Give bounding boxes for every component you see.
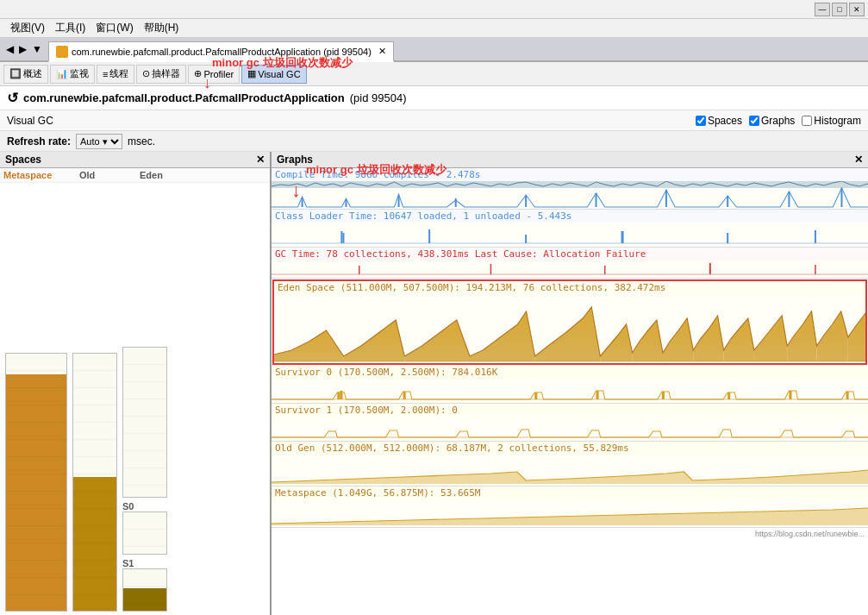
s1-label: S1 [122,558,167,568]
overview-icon: 🔲 [9,68,22,79]
profiler-icon: ⊕ [194,68,202,79]
svg-marker-25 [274,330,344,361]
app-pid: (pid 99504) [350,91,407,104]
menu-item-view[interactable]: 视图(V) [5,21,50,35]
graphs-close-btn[interactable]: ✕ [854,154,863,166]
svg-rect-43 [403,392,406,399]
tabbar: ◀ ▶ ▼ com.runewbie.pafcmall.product.Pafc… [0,38,868,62]
old-bar-container [72,353,117,612]
eden-space-row: Eden Space (511.000M, 507.500M): 194.213… [272,279,867,365]
refresh-unit: msec. [128,135,155,147]
subheader: Visual GC Spaces Graphs Histogram [0,110,868,131]
refresh-icon: ↺ [7,90,18,106]
toolbar: 🔲 概述 📊 监视 ≡ 线程 ⊙ 抽样器 ⊕ Profiler ▦ Visual… [0,62,868,86]
graphs-checkbox[interactable] [749,116,759,126]
class-loader-row: Class Loader Time: 10647 loaded, 1 unloa… [272,210,868,248]
survivor1-label: Survivor 1 (170.500M, 2.000M): 0 [272,404,868,417]
metaspace-bar-container [5,353,67,612]
svg-rect-41 [337,392,340,399]
eden-space-label: Eden Space (511.000M, 507.500M): 194.213… [274,281,865,294]
toolbar-btn-threads[interactable]: ≡ 线程 [97,65,134,84]
metaspace-graph-row: Metaspace (1.049G, 56.875M): 53.665M [272,486,868,528]
metaspace-graph-label: Metaspace (1.049G, 56.875M): 53.665M [272,486,868,499]
svg-rect-47 [727,392,730,399]
toolbar-btn-monitor[interactable]: 📊 监视 [50,65,95,84]
svg-rect-45 [596,391,599,399]
threads-icon: ≡ [103,69,108,79]
gc-time-row: GC Time: 78 collections, 438.301ms Last … [272,248,868,279]
svg-marker-26 [344,320,405,361]
annotation-text: minor gc 垃圾回收次数减少 [212,55,353,71]
bottom-url: https://blog.csdn.net/runewbie... [272,528,868,540]
main-content: Spaces ✕ Metaspace Old Eden [0,152,868,615]
svg-marker-28 [470,311,535,361]
eden-label-header: Eden [140,170,183,180]
s0-label: S0 [122,501,167,511]
spaces-close-btn[interactable]: ✕ [256,154,265,166]
svg-marker-51 [272,470,868,484]
svg-rect-46 [662,392,665,399]
old-gen-row: Old Gen (512.000M, 512.000M): 68.187M, 2… [272,442,868,486]
refresh-rate-select[interactable]: Auto ▾ [76,134,122,149]
svg-rect-48 [789,391,791,399]
svg-marker-38 [848,313,865,361]
monitor-icon: 📊 [56,68,68,79]
sampler-icon: ⊙ [142,68,150,79]
app-classname: com.runewbie.pafcmall.product.PafcmallPr… [23,91,345,104]
svg-marker-29 [535,307,601,361]
spaces-checkbox[interactable] [696,116,706,126]
menu-item-window[interactable]: 窗口(W) [91,21,138,35]
svg-marker-27 [404,320,470,361]
toolbar-btn-sampler[interactable]: ⊙ 抽样器 [136,65,186,84]
old-gen-label: Old Gen (512.000M, 512.000M): 68.187M, 2… [272,442,868,455]
old-label: Old [79,170,140,180]
spaces-panel: Spaces ✕ Metaspace Old Eden [0,152,272,615]
menu-item-help[interactable]: 帮助(H) [139,21,184,35]
svg-rect-44 [534,392,537,399]
gc-time-label: GC Time: 78 collections, 438.301ms Last … [272,248,868,260]
survivor1-row: Survivor 1 (170.500M, 2.000M): 0 [272,404,868,442]
titlebar: — □ ✕ [0,0,868,19]
app-header: ↺ com.runewbie.pafcmall.product.Pafcmall… [0,86,868,110]
close-button[interactable]: ✕ [849,3,865,16]
refresh-bar: Refresh rate: Auto ▾ msec. minor gc 垃圾回收… [0,131,868,152]
tab-nav-next[interactable]: ▶ [16,43,29,55]
compile-time-row: Compile Time: 9860 compiles - 2.478s [272,168,868,210]
spaces-checkbox-label[interactable]: Spaces [696,115,742,127]
svg-marker-35 [754,316,787,361]
class-loader-label: Class Loader Time: 10647 loaded, 1 unloa… [272,210,868,223]
survivor0-label: Survivor 0 (170.500M, 2.500M): 784.016K [272,366,868,379]
graphs-panel-header: Graphs ✕ [272,152,868,168]
tab-nav-prev[interactable]: ◀ [3,43,16,55]
graphs-checkbox-label[interactable]: Graphs [749,115,795,127]
refresh-label: Refresh rate: [7,135,71,147]
toolbar-btn-overview[interactable]: 🔲 概述 [3,65,48,84]
compile-time-label: Compile Time: 9860 compiles - 2.478s [272,168,868,181]
histogram-checkbox[interactable] [802,116,812,126]
graphs-panel: Graphs ✕ Compile Time: 9860 compiles - 2… [272,152,868,615]
metaspace-label: Metaspace [3,170,72,180]
annotation-arrow: ↓ [203,74,211,92]
visualgc-label: Visual GC [7,115,53,127]
survivor0-row: Survivor 0 (170.500M, 2.500M): 784.016K [272,366,868,404]
minimize-button[interactable]: — [815,3,830,16]
histogram-checkbox-label[interactable]: Histogram [802,115,861,127]
tab-nav-menu[interactable]: ▼ [29,43,45,55]
svg-rect-49 [846,392,849,399]
spaces-panel-header: Spaces ✕ [0,152,270,168]
tab-close-icon[interactable]: ✕ [378,46,386,57]
menubar: 视图(V) 工具(I) 窗口(W) 帮助(H) [0,19,868,38]
maximize-button[interactable]: □ [832,3,847,16]
menu-item-tools[interactable]: 工具(I) [50,21,91,35]
eden-s0-s1-group: S0 S1 [122,347,167,612]
